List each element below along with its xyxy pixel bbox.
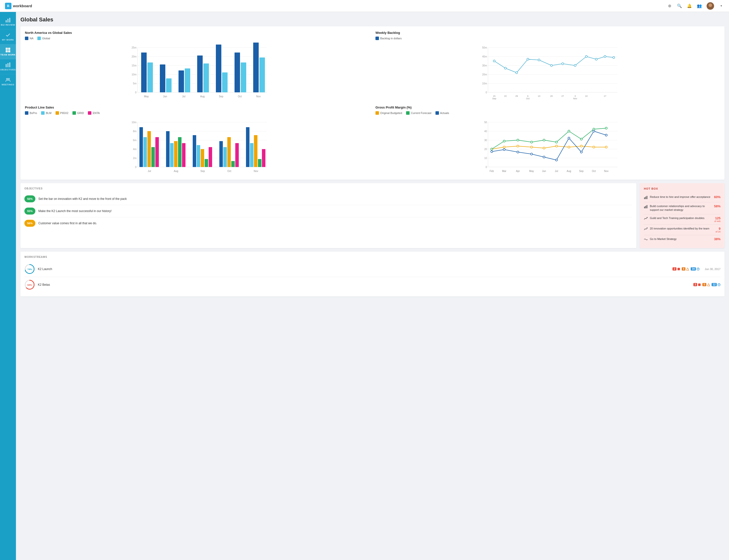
svg-rect-105 bbox=[170, 143, 173, 167]
svg-point-171 bbox=[605, 134, 607, 136]
legend-global-label: Global bbox=[42, 37, 50, 40]
svg-rect-99 bbox=[139, 127, 143, 167]
svg-text:0: 0 bbox=[135, 166, 136, 168]
topnav-actions: ⊕ 🔍 🔔 👥 ▼ bbox=[667, 2, 724, 10]
sidebar-item-team-work[interactable]: TEAM WORK bbox=[0, 44, 16, 59]
gross-profit-chart: Gross Profit Margin (%) Original Budgete… bbox=[376, 106, 720, 175]
user-avatar[interactable] bbox=[707, 2, 714, 10]
workstream-row-1[interactable]: 74% K2 Launch 2 4 34 Jun 30, 2017 bbox=[24, 261, 721, 277]
svg-point-162 bbox=[491, 151, 493, 153]
ws-badge-orange-1: 4 bbox=[682, 267, 689, 271]
svg-point-69 bbox=[585, 56, 587, 57]
sidebar-item-biz-review[interactable]: BIZ REVIEW bbox=[0, 14, 16, 29]
legend-na: NA bbox=[25, 37, 33, 40]
sidebar-item-objectives[interactable]: OBJECTIVES bbox=[0, 59, 16, 74]
users-icon[interactable]: 👥 bbox=[697, 3, 702, 9]
svg-point-197 bbox=[698, 268, 698, 269]
legend-p65x2-label: P65X2 bbox=[60, 112, 68, 114]
top-navigation: B workboard ⊕ 🔍 🔔 👥 ▼ bbox=[0, 0, 729, 12]
svg-text:15: 15 bbox=[493, 95, 496, 97]
svg-text:22: 22 bbox=[504, 95, 507, 97]
product-line-legend: BxPro BLM P65X2 GRID bbox=[25, 111, 370, 115]
svg-text:10: 10 bbox=[585, 95, 588, 97]
svg-rect-100 bbox=[143, 137, 147, 167]
ws-badge-blue-1: 34 bbox=[691, 267, 700, 271]
legend-blm-dot bbox=[41, 111, 45, 115]
svg-rect-116 bbox=[227, 137, 231, 167]
svg-point-158 bbox=[568, 130, 570, 132]
svg-text:Oct: Oct bbox=[227, 170, 231, 172]
chevron-down-icon[interactable]: ▼ bbox=[719, 3, 724, 9]
product-line-title: Product Line Sales bbox=[25, 106, 370, 109]
bell-icon[interactable]: 🔔 bbox=[687, 3, 692, 9]
sidebar-item-my-work[interactable]: MY WORK bbox=[0, 29, 16, 44]
ws-badge-blue-2: 12 bbox=[712, 283, 721, 286]
svg-text:40: 40 bbox=[484, 130, 487, 133]
sidebar-item-meetings[interactable]: MEETINGS bbox=[0, 74, 16, 89]
hotbox-icon-4 bbox=[644, 227, 648, 232]
svg-text:May: May bbox=[144, 95, 149, 98]
search-icon[interactable]: 🔍 bbox=[677, 3, 682, 9]
svg-text:20: 20 bbox=[484, 148, 487, 151]
svg-rect-122 bbox=[258, 159, 261, 167]
svg-rect-118 bbox=[235, 143, 239, 167]
svg-text:50: 50 bbox=[484, 121, 487, 124]
legend-bxpro: BxPro bbox=[25, 111, 37, 115]
svg-rect-117 bbox=[231, 161, 235, 167]
main-content: Global Sales North America vs Global Sal… bbox=[16, 12, 729, 560]
svg-text:0: 0 bbox=[135, 91, 136, 94]
objective-row-1: 56% Set the bar on innovation with K2 an… bbox=[24, 193, 632, 205]
svg-text:0: 0 bbox=[486, 166, 487, 168]
workstream-row-2[interactable]: 63% K2 Betas 3 5 12 bbox=[24, 277, 721, 292]
legend-enta: ENTA bbox=[88, 111, 100, 115]
weekly-backlog-svg: 50m 40m 30m 20m 10m 0 bbox=[376, 43, 720, 100]
workstream-badges-1: 2 4 34 bbox=[673, 267, 700, 271]
svg-rect-110 bbox=[197, 145, 200, 167]
add-icon[interactable]: ⊕ bbox=[667, 3, 672, 9]
svg-point-164 bbox=[517, 151, 519, 153]
legend-budgeted-dot bbox=[376, 111, 379, 115]
svg-rect-11 bbox=[9, 62, 10, 67]
svg-point-170 bbox=[593, 130, 595, 132]
hotbox-icon-1 bbox=[644, 195, 648, 200]
hotbox-subvalue-4: of 20 bbox=[716, 230, 721, 233]
svg-text:74%: 74% bbox=[27, 268, 32, 271]
legend-budgeted: Original Budgeted bbox=[376, 111, 402, 115]
svg-text:Jun: Jun bbox=[542, 170, 546, 172]
svg-rect-103 bbox=[155, 137, 159, 167]
hotbox-text-5: Go to Market Strategy bbox=[650, 237, 712, 241]
legend-forecast-label: Current Forecast bbox=[411, 112, 432, 114]
svg-rect-109 bbox=[193, 135, 196, 167]
hotbox-icon-2 bbox=[644, 205, 648, 209]
hotbox-value-5: 38% bbox=[714, 237, 721, 241]
svg-point-1 bbox=[707, 7, 713, 10]
svg-rect-102 bbox=[151, 147, 155, 167]
charts-row-top: North America vs Global Sales NA Global bbox=[25, 31, 720, 101]
svg-text:Feb: Feb bbox=[490, 170, 494, 172]
svg-point-168 bbox=[568, 137, 570, 139]
svg-point-143 bbox=[503, 146, 505, 148]
svg-text:4m: 4m bbox=[133, 148, 136, 151]
svg-text:5m: 5m bbox=[133, 82, 136, 85]
svg-point-144 bbox=[517, 145, 519, 147]
obj-badge-2: 55% bbox=[24, 208, 35, 215]
legend-grid-dot bbox=[72, 111, 76, 115]
svg-point-63 bbox=[516, 72, 518, 74]
legend-na-dot bbox=[25, 37, 28, 40]
svg-text:30: 30 bbox=[484, 139, 487, 142]
legend-backlog: Backlog in dollars bbox=[376, 37, 402, 40]
svg-text:13: 13 bbox=[538, 95, 540, 97]
obj-badge-3: 56% bbox=[24, 220, 35, 227]
legend-blm-label: BLM bbox=[46, 112, 52, 114]
legend-na-label: NA bbox=[30, 37, 33, 40]
sidebar: BIZ REVIEW MY WORK TEAM WORK OBJECTIVES … bbox=[0, 12, 16, 560]
ws-badge-red-1: 2 bbox=[673, 267, 680, 271]
legend-grid-label: GRID bbox=[77, 112, 84, 114]
legend-enta-label: ENTA bbox=[93, 112, 100, 114]
svg-point-65 bbox=[538, 59, 540, 61]
app-logo[interactable]: B workboard bbox=[5, 3, 32, 9]
legend-budgeted-label: Original Budgeted bbox=[380, 112, 402, 114]
svg-point-64 bbox=[527, 58, 529, 60]
objective-row-2: 55% Make the K2 Launch the most successf… bbox=[24, 205, 632, 217]
svg-rect-4 bbox=[9, 18, 10, 22]
